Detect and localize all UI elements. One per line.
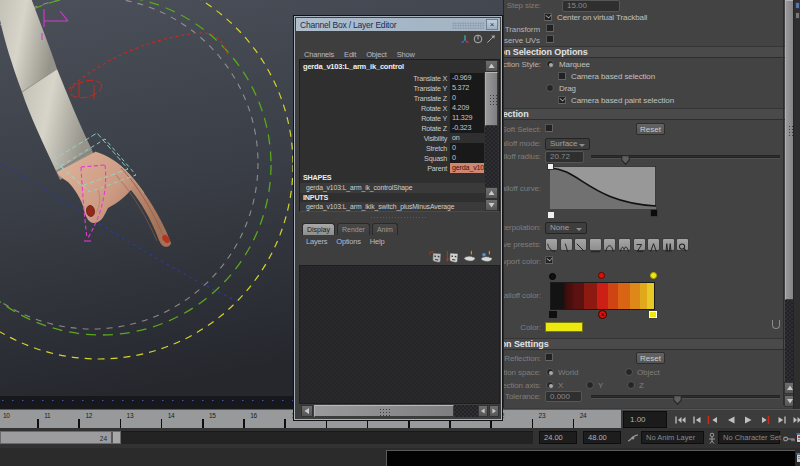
channel-value[interactable]: -0.323	[450, 123, 484, 133]
soft-selection-header[interactable]: Soft Selection	[503, 109, 529, 119]
channel-row-rotate-z[interactable]: Rotate Z-0.323	[300, 123, 485, 133]
curve-preset-button-7[interactable]	[633, 238, 646, 251]
layer-hand-create-icon[interactable]	[463, 250, 476, 263]
ramp-key-yellow[interactable]	[650, 272, 657, 279]
falloff-curve-widget[interactable]	[550, 166, 656, 209]
script-editor-icon[interactable]	[796, 433, 800, 443]
channel-scroll-down-button[interactable]	[485, 199, 498, 211]
viewport-color-checkbox[interactable]	[545, 256, 553, 264]
tolerance-slider-handle[interactable]	[673, 391, 682, 401]
curve-preset-button-8[interactable]	[647, 238, 660, 251]
channel-value[interactable]: -0.969	[450, 73, 484, 83]
ramp-pos-red-selected[interactable]: ×	[598, 310, 607, 319]
curve-preset-button-4[interactable]	[589, 238, 602, 251]
reflection-settings-header[interactable]: Reflection Settings	[503, 339, 549, 349]
inputs-group-label[interactable]: INPUTS	[303, 193, 328, 202]
preserve-uvs-checkbox[interactable]	[546, 35, 554, 43]
tolerance-slider[interactable]	[591, 395, 780, 398]
curve-preset-button-9[interactable]	[662, 238, 675, 251]
playback-step-back-frame-button[interactable]	[689, 411, 705, 428]
layer-scroll-right-button[interactable]	[489, 405, 499, 417]
falloff-mode-dropdown[interactable]: Surface	[545, 138, 590, 150]
layer-list-empty[interactable]	[299, 265, 500, 404]
color-swatch[interactable]	[545, 322, 583, 332]
channel-value[interactable]: 0	[450, 93, 484, 103]
layer-tab-anim[interactable]: Anim	[372, 223, 398, 235]
curve-preset-button-2[interactable]	[560, 238, 573, 251]
axis-x-radio[interactable]	[546, 381, 554, 389]
curve-key-black[interactable]	[650, 209, 658, 217]
channel-row-stretch[interactable]: Stretch0	[300, 143, 485, 153]
menu-channels[interactable]: Channels	[304, 50, 334, 59]
interpolation-dropdown[interactable]: None	[545, 222, 587, 234]
curve-key-white[interactable]	[547, 211, 555, 219]
channel-value[interactable]: on	[450, 133, 484, 143]
command-line-input[interactable]	[386, 450, 795, 466]
ramp-pos-yellow[interactable]	[649, 311, 657, 318]
reflection-checkbox[interactable]	[545, 353, 553, 361]
playback-start-field[interactable]: 24.00	[539, 431, 577, 444]
menu-object[interactable]: Object	[366, 50, 386, 59]
channel-row-visibility[interactable]: Visibilityon	[300, 133, 485, 143]
playback-step-back-key-button[interactable]	[706, 411, 722, 428]
channel-row-squash[interactable]: Squash0	[300, 153, 485, 163]
preserve-child-checkbox[interactable]	[546, 24, 554, 32]
reflection-reset-button[interactable]: Reset	[636, 352, 665, 364]
soft-select-checkbox[interactable]	[545, 124, 553, 132]
playback-end-field[interactable]: 48.00	[583, 431, 621, 444]
channel-row-parent[interactable]: Parentgerda_v10...	[300, 163, 485, 173]
corner-icon-grey[interactable]	[795, 12, 800, 19]
layer-tab-render[interactable]: Render	[337, 223, 370, 235]
object-radio[interactable]	[625, 368, 633, 376]
tolerance-field[interactable]: 0.000	[545, 391, 582, 402]
speed-circle-icon[interactable]	[473, 34, 483, 44]
curve-preset-button-1[interactable]	[545, 238, 558, 251]
channel-value[interactable]: 11.329	[450, 113, 484, 123]
curve-preset-button-3[interactable]	[574, 238, 587, 251]
channel-value[interactable]: 0	[450, 143, 484, 153]
channel-value[interactable]: 0	[450, 153, 484, 163]
menu-show[interactable]: Show	[397, 50, 415, 59]
layer-menu-help[interactable]: Help	[370, 237, 385, 246]
playback-go-to-end-button[interactable]	[791, 411, 800, 428]
pane-splitter-grip[interactable]	[370, 216, 426, 219]
channel-value[interactable]: 5.372	[450, 83, 484, 93]
anim-layer-field[interactable]: No Anim Layer	[641, 431, 704, 444]
curve-preset-button-5[interactable]	[603, 238, 616, 251]
layer-scroll-thumb[interactable]	[314, 405, 454, 417]
manipulator-axis-icon[interactable]	[460, 34, 470, 44]
channel-row-rotate-x[interactable]: Rotate X4.209	[300, 103, 485, 113]
layer-menu-options[interactable]: Options	[336, 237, 360, 246]
menu-edit[interactable]: Edit	[344, 50, 356, 59]
ramp-key-red[interactable]	[598, 272, 605, 279]
channel-row-rotate-y[interactable]: Rotate Y11.329	[300, 113, 485, 123]
curve-key-top-left[interactable]	[547, 163, 554, 170]
channel-row-translate-y[interactable]: Translate Y5.372	[300, 83, 485, 93]
layer-menu-layers[interactable]: Layers	[306, 237, 327, 246]
playback-play-forwards-button[interactable]	[740, 411, 756, 428]
curve-preset-button-6[interactable]	[618, 238, 631, 251]
camera-paint-checkbox[interactable]	[558, 96, 566, 104]
ramp-key-black[interactable]	[549, 273, 556, 280]
current-time-field[interactable]: 1.00	[623, 411, 667, 428]
object-name[interactable]: gerda_v103:L_arm_ik_control	[303, 62, 404, 71]
world-radio[interactable]	[546, 368, 554, 376]
curve-preset-browse-button[interactable]	[676, 238, 689, 251]
channel-scroll-thumb[interactable]	[485, 72, 498, 126]
anim-curve-icon[interactable]	[627, 432, 639, 444]
channel-box-titlebar[interactable]: Channel Box / Layer Editor ×	[296, 18, 500, 31]
soft-select-reset-button[interactable]: Reset	[636, 123, 665, 135]
playback-go-to-start-button[interactable]	[672, 411, 688, 428]
axis-z-radio[interactable]	[627, 381, 635, 389]
shapes-group-label[interactable]: SHAPES	[303, 173, 331, 182]
input-node-row[interactable]: gerda_v103:L_arm_ikik_switch_plusMinusAv…	[300, 202, 485, 212]
range-end-handle[interactable]	[111, 432, 120, 443]
channel-scroll-up2-button[interactable]	[485, 187, 498, 199]
drag-radio[interactable]	[546, 84, 554, 92]
falloff-radius-slider-handle[interactable]	[621, 151, 630, 161]
layer-tab-display[interactable]: Display	[302, 223, 335, 235]
close-button[interactable]: ×	[486, 19, 498, 30]
playback-step-forward-frame-button[interactable]	[774, 411, 790, 428]
step-size-field[interactable]: 15.00	[562, 0, 620, 12]
layer-mask-add-icon[interactable]	[429, 250, 442, 263]
